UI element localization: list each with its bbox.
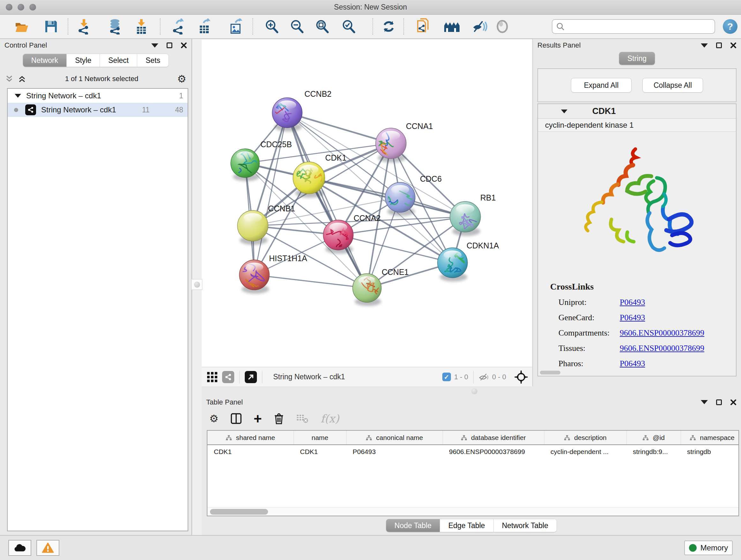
- tab-network[interactable]: Network: [23, 54, 67, 67]
- cell-name[interactable]: CDK1: [293, 445, 346, 458]
- column-header[interactable]: @id: [626, 431, 681, 445]
- gear-icon[interactable]: ⚙: [177, 74, 186, 84]
- close-panel-icon[interactable]: [181, 42, 187, 49]
- tab-style[interactable]: Style: [67, 54, 100, 67]
- table-settings-gear-icon[interactable]: ⚙: [209, 414, 219, 424]
- column-header[interactable]: namespace: [681, 431, 739, 445]
- crosslink-compartments[interactable]: 9606.ENSP00000378699: [620, 328, 704, 338]
- cloud-status-button[interactable]: [8, 540, 31, 556]
- left-splitter[interactable]: [192, 39, 202, 535]
- memory-button[interactable]: Memory: [684, 541, 733, 555]
- birds-eye-grid-icon[interactable]: [206, 371, 218, 383]
- crosslink-genecard[interactable]: P06493: [620, 313, 645, 322]
- column-header[interactable]: description: [544, 431, 626, 445]
- column-header[interactable]: canonical name: [346, 431, 443, 445]
- save-session-icon[interactable]: [42, 17, 60, 36]
- import-network-file-icon[interactable]: [75, 17, 92, 36]
- export-network-icon[interactable]: [169, 17, 187, 36]
- results-panel-title: Results Panel: [537, 41, 581, 50]
- crosslink-pharos[interactable]: P06493: [620, 359, 645, 368]
- cell-canonical-name[interactable]: P06493: [346, 445, 443, 458]
- splitter-handle[interactable]: [471, 388, 477, 394]
- column-header[interactable]: database identifier: [443, 431, 544, 445]
- search-field[interactable]: [552, 19, 715, 34]
- close-panel-icon[interactable]: [730, 399, 737, 406]
- edge-count: 48: [163, 106, 183, 114]
- status-bar: Memory: [0, 535, 741, 560]
- tab-node-table[interactable]: Node Table: [386, 519, 440, 532]
- table-row[interactable]: CDK1 CDK1 P06493 9606.ENSP00000378699 cy…: [207, 445, 739, 458]
- crosslink-tissues[interactable]: 9606.ENSP00000378699: [620, 344, 704, 353]
- tab-sets[interactable]: Sets: [137, 54, 169, 67]
- show-all-icon[interactable]: [493, 17, 511, 36]
- network-row-selected[interactable]: String Network – cdk1 11 48: [8, 103, 188, 117]
- delete-table-icon-disabled: [296, 414, 308, 424]
- svg-text:CCNA1: CCNA1: [406, 122, 433, 131]
- results-panel-header: Results Panel: [533, 39, 741, 52]
- collapse-all-icon[interactable]: [5, 75, 13, 83]
- entry-expand-icon[interactable]: [561, 110, 567, 113]
- table-splitter[interactable]: [202, 386, 741, 396]
- tab-select[interactable]: Select: [100, 54, 137, 67]
- column-header[interactable]: name: [293, 431, 346, 445]
- panel-menu-icon[interactable]: [701, 44, 708, 48]
- search-input[interactable]: [568, 22, 708, 30]
- entry-scrollbar-thumb[interactable]: [540, 371, 560, 374]
- cell-namespace[interactable]: stringdb: [681, 445, 739, 458]
- crosslink-label: Pharos:: [550, 359, 620, 368]
- first-neighbors-icon[interactable]: [443, 17, 461, 36]
- crosslink-uniprot[interactable]: P06493: [620, 298, 645, 307]
- toolbar-separator: [160, 18, 160, 35]
- help-button[interactable]: ?: [723, 19, 738, 34]
- apply-layout-icon[interactable]: [380, 17, 398, 36]
- fit-selected-crosshair-icon[interactable]: [515, 370, 528, 384]
- import-network-database-icon[interactable]: [106, 17, 124, 36]
- table-header-row: shared name name canonical name database…: [207, 431, 739, 445]
- splitter-handle[interactable]: [192, 279, 202, 290]
- tab-string[interactable]: String: [619, 52, 655, 65]
- clone-network-icon[interactable]: [414, 17, 432, 36]
- show-columns-icon[interactable]: [231, 413, 242, 424]
- zoom-out-icon[interactable]: [288, 17, 306, 36]
- open-session-icon[interactable]: [13, 17, 30, 36]
- scrollbar-thumb[interactable]: [210, 509, 268, 515]
- network-canvas[interactable]: CCNB2CCNA1CDC25BCDK1CDC6RB1CCNB1CCNA2CDK…: [202, 39, 532, 367]
- zoom-fit-icon[interactable]: [313, 17, 331, 36]
- zoom-in-icon[interactable]: [263, 17, 280, 36]
- float-panel-icon[interactable]: [716, 43, 722, 48]
- collection-expand-icon[interactable]: [15, 94, 21, 98]
- tab-edge-table[interactable]: Edge Table: [440, 519, 494, 532]
- export-image-icon[interactable]: [227, 17, 245, 36]
- export-table-icon[interactable]: [196, 17, 213, 36]
- panel-menu-icon[interactable]: [151, 44, 158, 48]
- delete-column-icon[interactable]: [274, 413, 284, 424]
- node-details-header[interactable]: CDK1: [538, 104, 736, 119]
- warning-button[interactable]: [37, 540, 59, 556]
- float-panel-icon[interactable]: [166, 43, 172, 48]
- add-column-icon[interactable]: +: [254, 413, 262, 424]
- selected-checkbox-icon[interactable]: ✓: [442, 373, 451, 381]
- horizontal-scrollbar[interactable]: [207, 507, 738, 516]
- open-in-new-icon[interactable]: [245, 371, 257, 383]
- cell-shared-name[interactable]: CDK1: [207, 445, 293, 458]
- svg-text:RB1: RB1: [480, 193, 496, 202]
- collapse-all-button[interactable]: Collapse All: [643, 78, 703, 92]
- node-details-box: CDK1 cyclin-dependent kinase 1: [537, 104, 737, 376]
- tab-network-table[interactable]: Network Table: [494, 519, 556, 532]
- cell-database-identifier[interactable]: 9606.ENSP00000378699: [443, 445, 544, 458]
- close-panel-icon[interactable]: [730, 42, 737, 49]
- network-share-icon[interactable]: [222, 371, 234, 383]
- expand-all-button[interactable]: Expand All: [571, 78, 631, 92]
- toolbar-separator: [253, 18, 253, 35]
- import-table-icon[interactable]: [132, 17, 150, 36]
- cell-description[interactable]: cyclin-dependent ...: [544, 445, 626, 458]
- network-collection-row[interactable]: String Network – cdk1 1: [8, 89, 188, 103]
- cell-id[interactable]: stringdb:9...: [626, 445, 681, 458]
- float-panel-icon[interactable]: [716, 399, 722, 405]
- column-header[interactable]: shared name: [207, 431, 293, 445]
- hide-selected-icon[interactable]: [471, 17, 489, 36]
- results-panel-tabs: String: [533, 52, 741, 65]
- zoom-selected-icon[interactable]: [340, 17, 357, 36]
- expand-all-icon[interactable]: [18, 75, 26, 83]
- panel-menu-icon[interactable]: [701, 400, 708, 404]
